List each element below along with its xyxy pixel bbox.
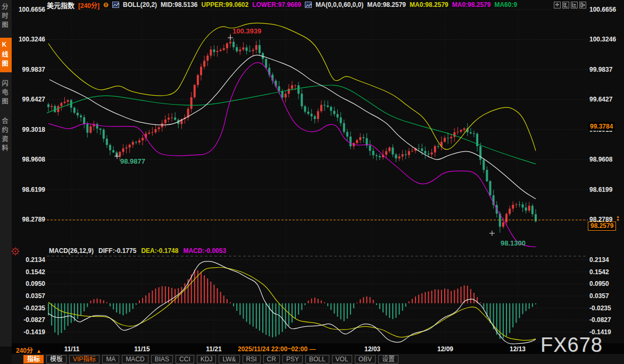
indicator-tab-指标[interactable]: 指标 [23,355,44,363]
price-marker-badge: 99.3784 [588,122,614,131]
macd-macd-value: MACD:-0.0053 [183,247,226,255]
macd-axis-label: 0.2134 [589,256,622,264]
ma60-value: MA60:9 [494,1,517,9]
boll-mid-value: MID:98.5136 [161,1,197,9]
ma0-white-value: MA0:98.2579 [367,1,406,9]
macd-axis-label: -0.0827 [14,316,45,324]
indicator-tab-OBV[interactable]: OBV [355,355,376,363]
boll-upper-value: UPPER:99.0602 [201,1,248,9]
macd-axis-label: 0.0357 [14,292,45,300]
boll-title: BOLL(20,2) [123,1,157,9]
trading-app-window: 100.393998.987798.1300 分时图 K线图 闪电图 合约资料 … [0,0,624,364]
boll-lower-value: LOWER:97.9669 [252,1,301,9]
date-label: 11/15 [134,345,149,353]
sidebar-tab-contract-info[interactable]: 合约资料 [0,114,12,157]
sidebar-tab-kline[interactable]: K线图 [0,38,12,72]
macd-diff-value: DIFF:-0.1775 [98,247,136,255]
price-axis-label: 98.9608 [589,156,622,163]
indicator-tab-LW&[interactable]: LW& [219,355,239,363]
indicator-tab-BOLL[interactable]: BOLL [305,355,329,363]
macd-dea-value: DEA:-0.1748 [141,247,178,255]
collapse-indicator-icon[interactable]: ⊖ [103,2,109,7]
date-label: 11/21 [206,345,221,353]
price-axis-label: 100.3246 [589,36,622,43]
indicator-tab-BIAS[interactable]: BIAS [151,355,173,363]
macd-title: MACD(26,12,9) [49,247,94,255]
period-label[interactable]: [240分] [78,1,99,10]
price-axis-label: 100.6656 [14,6,45,13]
fx678-watermark: FX678 [540,334,603,357]
date-label: 11/11 [64,345,80,353]
sidebar: 分时图 K线图 闪电图 合约资料 [0,0,12,346]
indicator-tab-VOL[interactable]: VOL [332,355,352,363]
period-dropdown-icon[interactable]: ▲ [36,348,41,354]
indicator-tab-设置[interactable]: 设置 [378,355,398,363]
indicator-tab-VIP指标[interactable]: VIP指标 [69,355,99,363]
scale-vertical-icon[interactable] [562,2,569,9]
indicator-tab-KDJ[interactable]: KDJ [197,355,217,363]
indicator-tab-RSI[interactable]: RSI [243,355,261,363]
indicator-tab-MA[interactable]: MA [102,355,119,363]
chart-canvas[interactable]: 100.393998.987798.1300 [0,0,624,364]
price-axis-label: 98.2789 [14,216,45,223]
indicator-tab-MACD[interactable]: MACD [122,355,148,363]
collapse-panel-icon[interactable] [579,2,586,9]
window-controls: ✛ [554,2,586,9]
layout-grid-icon[interactable]: ✛ [554,2,561,9]
price-annotation: 100.3939 [232,27,261,35]
price-axis-label: 100.6656 [589,6,622,13]
indicator-tab-模板[interactable]: 模板 [46,355,66,363]
indicator-toolbar: 指标模板VIP指标MAMACDBIASCCIKDJLW&RSICRPSYBOLL… [12,354,624,364]
date-label: 12/13 [510,345,526,353]
macd-axis-label: 0.0950 [14,280,45,287]
boll-indicator-icon[interactable] [112,2,119,8]
price-axis-label: 100.3246 [14,36,45,43]
price-axis-label: 99.9837 [589,66,622,73]
macd-axis-label: -0.0235 [14,304,45,312]
symbol-title: 美元指数 [47,0,74,10]
scale-horizontal-icon[interactable] [571,2,578,9]
macd-axis-label: -0.0235 [589,304,622,312]
sidebar-tab-flash[interactable]: 闪电图 [0,77,12,110]
price-axis-label: 99.6427 [14,96,45,103]
price-axis-label: 98.6199 [14,186,45,193]
price-axis-label: 99.6427 [589,96,622,103]
crosshair-date-label: 2025/11/24 22:00~02:00 — [236,345,318,353]
ma-indicator-icon[interactable] [305,2,312,8]
ma0-magenta-value: MA0:98.2579 [452,1,491,9]
macd-axis-label: 0.1542 [589,268,622,276]
date-label: 12/09 [437,345,453,353]
macd-header: MACD(26,12,9) DIFF:-0.1775 DEA:-0.1748 M… [49,247,226,255]
chart-header: 美元指数 [240分] ⊖ BOLL(20,2) MID:98.5136 UPP… [47,1,517,9]
macd-settings-icon[interactable] [11,247,20,258]
macd-axis-label: -0.0827 [589,316,622,324]
current-price-badge: 98.2579 [588,222,616,231]
indicator-tab-CCI[interactable]: CCI [176,355,194,363]
ma0-yellow-value: MA0:98.2579 [410,1,448,9]
price-axis-label: 99.3018 [14,126,45,133]
price-annotation: 98.9877 [120,157,145,165]
ma-title: MA(0,0,0,60,0,0) [315,1,363,9]
price-axis-label: 99.9837 [14,66,45,73]
date-label: 12/03 [364,345,380,353]
macd-axis-label: 0.0950 [589,280,622,287]
price-axis-label: 98.9608 [14,156,45,163]
price-up-arrows-icon: ▲▲ [616,215,620,221]
period-selector[interactable]: 240分▲ [16,345,41,354]
price-axis-label: 98.6199 [589,186,622,193]
price-annotation: 98.1300 [501,239,526,247]
sidebar-tab-timeline[interactable]: 分时图 [0,0,12,33]
indicator-tab-CR[interactable]: CR [263,355,280,363]
macd-axis-label: 0.0357 [589,292,622,300]
macd-axis-label: -0.1419 [14,328,45,336]
indicator-tab-PSY[interactable]: PSY [282,355,303,363]
macd-axis-label: 0.1542 [14,268,45,276]
